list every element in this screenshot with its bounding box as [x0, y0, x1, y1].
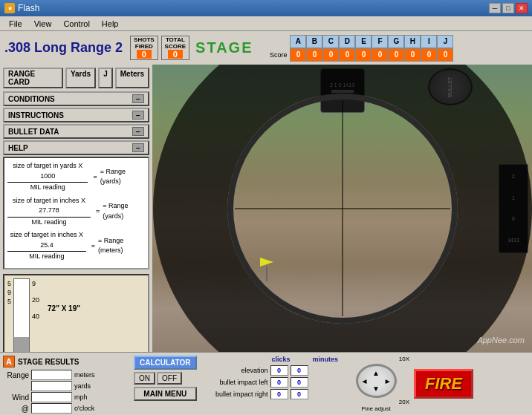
menu-control[interactable]: Control — [57, 18, 95, 30]
shots-fired-label: SHOTSFIRED — [134, 37, 155, 50]
title-controls: ─ □ ✕ — [489, 3, 528, 13]
stage-results-header: A STAGE RESULTS — [3, 356, 129, 367]
wind-row: Wind mph — [3, 392, 129, 402]
bullet-data-minus[interactable]: − — [132, 127, 144, 136]
minutes-header: minutes — [313, 356, 339, 363]
formulas-box: size of target in yards X 1000 MIL readi… — [3, 157, 149, 269]
close-button[interactable]: ✕ — [516, 3, 528, 13]
j-btn[interactable]: J — [98, 68, 113, 88]
stage-grid: A B C D E F G H I J Score 0 0 0 0 0 0 0 … — [257, 35, 453, 62]
app-title: .308 Long Range 2 — [4, 40, 123, 56]
help-btn[interactable]: HELP − — [3, 140, 149, 155]
target-post — [266, 267, 267, 281]
clicks-header: clicks — [272, 356, 291, 363]
formula-row-3: size of target in inches X 25.4 MIL read… — [7, 230, 145, 262]
range-input[interactable] — [31, 370, 72, 380]
dial-10x-label: 10X — [399, 356, 409, 362]
impact-right-minutes-input[interactable] — [291, 389, 308, 399]
adjustments-area: clicks minutes elevation bullet impact l… — [201, 356, 339, 412]
stage-col-f: F — [372, 35, 388, 48]
elevation-minutes-input[interactable] — [291, 365, 308, 376]
bullet-impact-right-label: bullet impact right — [201, 391, 268, 398]
window-title: Flash — [18, 3, 39, 13]
target-flag-area — [260, 258, 273, 281]
dial-up-arrow: ▲ — [372, 369, 380, 377]
wind-input[interactable] — [31, 392, 72, 402]
menu-help[interactable]: Help — [96, 18, 125, 30]
stage-label: STAGE — [195, 39, 253, 56]
stage-col-g: G — [388, 35, 404, 48]
header-area: .308 Long Range 2 SHOTSFIRED 0 TOTALSCOR… — [0, 31, 532, 65]
maximize-button[interactable]: □ — [502, 3, 514, 13]
stage-results-area: A STAGE RESULTS Range meters yards Wind … — [3, 356, 129, 412]
total-score-box: TOTALSCORE 0 — [161, 36, 189, 61]
on-off-row: ON OFF — [134, 372, 197, 385]
stage-col-j: J — [437, 35, 453, 48]
stage-score-c: 0 — [322, 48, 339, 62]
meters-btn[interactable]: Meters — [115, 68, 149, 88]
formula-row-2: size of target in inches X 27.778 MIL re… — [7, 196, 145, 228]
stage-score-a: 0 — [290, 48, 306, 62]
impact-left-clicks-input[interactable] — [270, 377, 288, 388]
stage-col-e: E — [355, 35, 372, 48]
dial-circle[interactable]: ▲ ▼ ◄ ► — [356, 364, 397, 398]
bullet-knob: BULLET — [428, 68, 473, 105]
menu-bar: File View Control Help — [0, 16, 532, 31]
shots-fired-value: 0 — [137, 50, 152, 59]
stage-score-d: 0 — [339, 48, 355, 62]
stats-box: SHOTSFIRED 0 TOTALSCORE 0 — [130, 36, 189, 61]
minimize-button[interactable]: ─ — [489, 3, 501, 13]
total-score-value: 0 — [168, 50, 183, 59]
target-diagram: 5 9 5 9 20 40 72" X 19" — [3, 274, 149, 353]
fine-adjust-label: Fine adjust — [361, 405, 390, 412]
target-numbers-top: 5 9 5 — [7, 278, 11, 305]
formula2-result: = Range (yards) — [103, 201, 145, 221]
stage-score-j: 0 — [437, 48, 453, 62]
calculator-area: CALCULATOR ON OFF MAIN MENU — [134, 356, 197, 412]
score-row-label: Score — [257, 48, 290, 62]
bullet-data-btn[interactable]: BULLET DATA − — [3, 124, 149, 139]
instructions-minus[interactable]: − — [132, 111, 144, 120]
target-size-label: 72" X 19" — [42, 278, 80, 313]
wind-label: Wind — [3, 393, 29, 402]
range-yards-input[interactable] — [31, 381, 72, 391]
dial-20x-label: 20X — [399, 399, 409, 405]
fire-button[interactable]: FIRE — [414, 369, 473, 399]
calculator-button[interactable]: CALCULATOR — [134, 356, 197, 370]
dial-down-arrow: ▼ — [372, 385, 380, 393]
dial-area: 10X ▲ ▼ ◄ ► 20X Fine adjust — [343, 356, 409, 412]
bullet-impact-right-row: bullet impact right — [201, 389, 339, 399]
range-card-label: RANGE CARD — [3, 68, 63, 88]
stage-col-c: C — [322, 35, 339, 48]
menu-file[interactable]: File — [3, 18, 28, 30]
conditions-btn[interactable]: CONDITIONS − — [3, 91, 149, 106]
on-button[interactable]: ON — [134, 372, 155, 385]
at-input[interactable] — [31, 403, 72, 414]
left-panel: RANGE CARD Yards J Meters CONDITIONS − I… — [0, 65, 152, 352]
instructions-btn[interactable]: INSTRUCTIONS − — [3, 108, 149, 122]
off-button[interactable]: OFF — [157, 372, 182, 385]
yards-btn[interactable]: Yards — [65, 68, 96, 88]
formula3-result: = Range (meters) — [98, 236, 145, 256]
formula1-result: = Range (yards) — [100, 167, 145, 187]
oclock-label: o'clock — [74, 405, 94, 412]
app-icon: ★ — [4, 3, 15, 13]
stage-letters-row: A B C D E F G H I J — [257, 35, 453, 48]
main-menu-button[interactable]: MAIN MENU — [134, 387, 197, 401]
stage-score-i: 0 — [421, 48, 437, 62]
elevation-clicks-input[interactable] — [270, 365, 288, 376]
range-card-header: RANGE CARD Yards J Meters — [3, 68, 149, 88]
impact-left-minutes-input[interactable] — [291, 377, 308, 388]
impact-right-clicks-input[interactable] — [270, 389, 288, 399]
formula2-numerator: size of target in inches X 27.778 — [7, 196, 91, 218]
formula1-numerator: size of target in yards X 1000 — [7, 161, 88, 183]
stage-col-h: H — [404, 35, 421, 48]
menu-view[interactable]: View — [28, 18, 58, 30]
stage-results-label: STAGE RESULTS — [18, 358, 79, 366]
at-label: @ — [3, 405, 29, 413]
elevation-label: elevation — [201, 367, 268, 374]
help-minus[interactable]: − — [132, 143, 144, 152]
conditions-minus[interactable]: − — [132, 94, 144, 103]
body-area: RANGE CARD Yards J Meters CONDITIONS − I… — [0, 65, 532, 352]
stage-score-g: 0 — [388, 48, 404, 62]
